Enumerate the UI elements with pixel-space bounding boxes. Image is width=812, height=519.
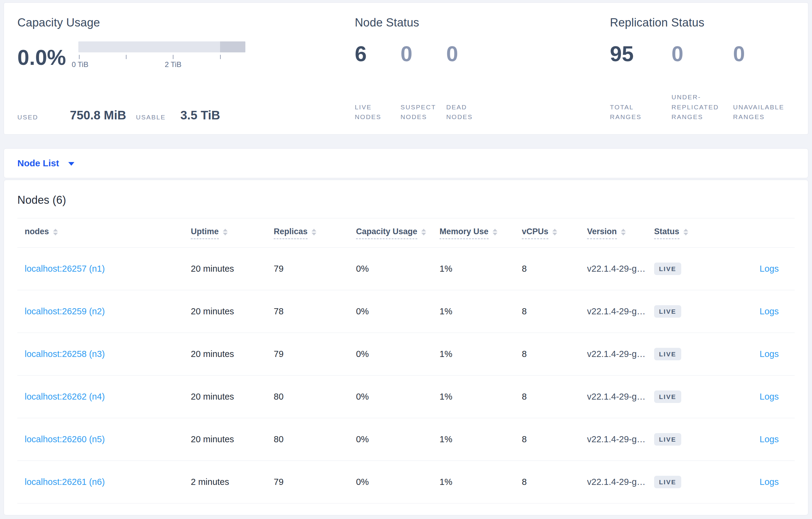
- node-link[interactable]: localhost:26258 (n3): [25, 349, 105, 359]
- unavailable-ranges-label: UNAVAILABLE RANGES: [733, 102, 784, 122]
- column-header-replicas[interactable]: Replicas: [266, 227, 349, 239]
- replicas-cell: 79: [266, 264, 349, 274]
- replication-status-title: Replication Status: [610, 16, 794, 29]
- capacity-cell: 0%: [349, 306, 432, 316]
- capacity-bar-reserved-segment: [220, 41, 245, 52]
- uptime-cell: 20 minutes: [183, 434, 266, 445]
- sort-icon: [493, 229, 497, 236]
- table-row: localhost:26262 (n4) 20 minutes 80 0% 1%…: [18, 375, 794, 418]
- version-cell: v22.1.4-29-g…: [580, 306, 647, 316]
- column-header-memory-use[interactable]: Memory Use: [432, 227, 515, 239]
- column-header-uptime[interactable]: Uptime: [183, 227, 266, 239]
- replication-status-panel: Replication Status 95 0 0 TOTAL RANGES U…: [610, 16, 794, 122]
- uptime-cell: 20 minutes: [183, 306, 266, 316]
- status-badge: LIVE: [654, 391, 681, 403]
- gauge-tick-label: 0 TiB: [71, 60, 88, 69]
- memory-cell: 1%: [432, 392, 515, 402]
- vcpus-cell: 8: [515, 392, 580, 402]
- table-row: localhost:26257 (n1) 20 minutes 79 0% 1%…: [18, 248, 794, 290]
- replicas-cell: 80: [266, 392, 349, 402]
- replicas-cell: 78: [266, 306, 349, 316]
- usable-value: 3.5 TiB: [180, 109, 220, 122]
- uptime-cell: 20 minutes: [183, 349, 266, 359]
- node-list-dropdown-label: Node List: [18, 158, 59, 169]
- uptime-cell: 20 minutes: [183, 392, 266, 402]
- node-link[interactable]: localhost:26261 (n6): [25, 477, 105, 487]
- column-header-version[interactable]: Version: [580, 227, 647, 239]
- logs-link[interactable]: Logs: [760, 349, 779, 359]
- status-badge: LIVE: [654, 305, 681, 318]
- gauge-tick-label: 2 TiB: [165, 60, 181, 69]
- capacity-cell: 0%: [349, 349, 432, 359]
- table-row: localhost:26258 (n3) 20 minutes 79 0% 1%…: [18, 333, 794, 375]
- under-replicated-ranges-value: 0: [671, 43, 733, 65]
- node-status-panel: Node Status 6 0 0 LIVE NODES SUSPECT NOD…: [355, 16, 610, 122]
- capacity-cell: 0%: [349, 434, 432, 445]
- uptime-cell: 20 minutes: [183, 264, 266, 274]
- version-cell: v22.1.4-29-g…: [580, 434, 647, 445]
- used-value: 750.8 MiB: [70, 109, 126, 122]
- logs-link[interactable]: Logs: [760, 264, 779, 274]
- usable-label: USABLE: [136, 114, 166, 121]
- sort-icon: [684, 229, 688, 236]
- vcpus-cell: 8: [515, 306, 580, 316]
- node-link[interactable]: localhost:26262 (n4): [25, 392, 105, 401]
- sort-icon: [552, 229, 557, 236]
- gauge-tick: [173, 55, 173, 59]
- memory-cell: 1%: [432, 306, 515, 316]
- capacity-usage-title: Capacity Usage: [18, 16, 355, 29]
- logs-link[interactable]: Logs: [760, 477, 779, 487]
- logs-link[interactable]: Logs: [760, 434, 779, 445]
- vcpus-cell: 8: [515, 264, 580, 274]
- column-header-nodes[interactable]: nodes: [18, 227, 183, 239]
- node-link[interactable]: localhost:26260 (n5): [25, 434, 105, 444]
- column-header-capacity-usage[interactable]: Capacity Usage: [349, 227, 432, 239]
- table-row: localhost:26259 (n2) 20 minutes 78 0% 1%…: [18, 290, 794, 333]
- uptime-cell: 2 minutes: [183, 477, 266, 487]
- memory-cell: 1%: [432, 434, 515, 445]
- node-link[interactable]: localhost:26259 (n2): [25, 306, 105, 316]
- used-label: USED: [18, 114, 38, 121]
- node-link[interactable]: localhost:26257 (n1): [25, 264, 105, 274]
- live-nodes-value: 6: [355, 43, 401, 65]
- status-badge: LIVE: [654, 348, 681, 360]
- vcpus-cell: 8: [515, 349, 580, 359]
- memory-cell: 1%: [432, 264, 515, 274]
- sort-icon: [223, 229, 228, 236]
- sort-icon: [312, 229, 316, 236]
- table-header-row: nodes Uptime Replicas Capacity Usage Mem…: [18, 218, 794, 248]
- dead-nodes-value: 0: [446, 43, 492, 65]
- version-cell: v22.1.4-29-g…: [580, 392, 647, 402]
- column-header-status[interactable]: Status: [647, 227, 708, 239]
- gauge-tick: [79, 55, 80, 59]
- replicas-cell: 79: [266, 477, 349, 487]
- capacity-percent: 0.0%: [18, 47, 66, 68]
- capacity-cell: 0%: [349, 264, 432, 274]
- under-replicated-ranges-label: UNDER-REPLICATED RANGES: [671, 92, 723, 122]
- logs-link[interactable]: Logs: [760, 392, 779, 402]
- gauge-tick: [126, 55, 126, 59]
- suspect-nodes-value: 0: [401, 43, 446, 65]
- node-status-title: Node Status: [355, 16, 610, 29]
- version-cell: v22.1.4-29-g…: [580, 477, 647, 487]
- version-cell: v22.1.4-29-g…: [580, 349, 647, 359]
- total-ranges-label: TOTAL RANGES: [610, 102, 661, 122]
- capacity-bar: [78, 41, 245, 52]
- node-list-dropdown[interactable]: Node List: [4, 148, 808, 178]
- table-row: localhost:26261 (n6) 2 minutes 79 0% 1% …: [18, 461, 794, 503]
- column-header-vcpus[interactable]: vCPUs: [515, 227, 580, 239]
- table-row: localhost:26260 (n5) 20 minutes 80 0% 1%…: [18, 418, 794, 461]
- nodes-table: nodes Uptime Replicas Capacity Usage Mem…: [18, 218, 794, 503]
- vcpus-cell: 8: [515, 434, 580, 445]
- memory-cell: 1%: [432, 349, 515, 359]
- sort-icon: [53, 229, 58, 236]
- sort-icon: [421, 229, 426, 236]
- logs-link[interactable]: Logs: [760, 306, 779, 316]
- capacity-cell: 0%: [349, 392, 432, 402]
- gauge-tick: [220, 55, 221, 59]
- total-ranges-value: 95: [610, 43, 671, 65]
- memory-cell: 1%: [432, 477, 515, 487]
- live-nodes-label: LIVE NODES: [355, 102, 391, 122]
- capacity-usage-panel: Capacity Usage 0.0% 0 TiB 2 TiB USED 750…: [18, 16, 355, 122]
- version-cell: v22.1.4-29-g…: [580, 264, 647, 274]
